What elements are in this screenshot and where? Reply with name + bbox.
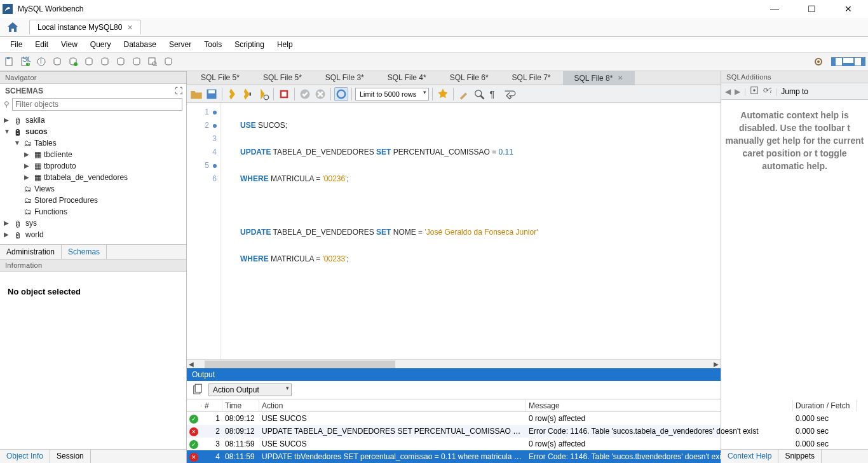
menu-view[interactable]: View: [55, 38, 84, 51]
close-button[interactable]: ✕: [839, 4, 858, 14]
svg-text:+: +: [27, 59, 31, 67]
sql-tab[interactable]: SQL File 7*: [501, 71, 563, 85]
tab-context-help[interactable]: Context Help: [721, 450, 778, 463]
close-sql-tab-icon[interactable]: ✕: [618, 74, 623, 81]
connection-tab[interactable]: Local instance MySQL80 ✕: [29, 20, 141, 34]
output-type-select[interactable]: Action Output: [208, 384, 292, 396]
sql-tab[interactable]: SQL File 3*: [314, 71, 376, 85]
tab-schemas[interactable]: Schemas: [62, 245, 107, 259]
nav-forward-icon[interactable]: ▶: [735, 87, 740, 96]
view-toggle-left-icon[interactable]: [831, 57, 843, 66]
minimize-button[interactable]: —: [765, 4, 784, 14]
sql-editor[interactable]: 1 2 3 4 5 6 USE SUCOS; UPDATE TABELA_DE_…: [187, 103, 721, 359]
output-row[interactable]: ✓ 3 08:11:59 USE SUCOS 0 row(s) affected…: [187, 438, 721, 450]
output-row[interactable]: ✕ 2 08:09:12 UPDATE TABELA_DE_VENDEDORES…: [187, 425, 721, 438]
menu-database[interactable]: Database: [118, 38, 163, 51]
svg-rect-15: [149, 58, 155, 64]
tab-administration[interactable]: Administration: [0, 245, 62, 259]
new-sql-tab-icon[interactable]: [3, 55, 17, 69]
output-copy-icon[interactable]: [191, 383, 205, 397]
menu-scripting[interactable]: Scripting: [228, 38, 271, 51]
view-toggle-right-icon[interactable]: [854, 57, 865, 66]
tab-session[interactable]: Session: [50, 450, 91, 463]
schema-sys[interactable]: sys: [25, 218, 37, 229]
db-icon-5[interactable]: [114, 55, 128, 69]
status-error-icon: ✕: [189, 427, 198, 436]
table-tbtabela[interactable]: tbtabela_de_vendedores: [44, 172, 128, 183]
view-toggle[interactable]: [831, 57, 865, 66]
sql-tabs: SQL File 5* SQL File 5* SQL File 3* SQL …: [187, 71, 721, 85]
output-toolbar: Action Output: [187, 381, 721, 399]
information-body: No object selected: [0, 272, 186, 449]
toggle-invisible-icon[interactable]: ¶: [487, 87, 501, 101]
table-tbcliente[interactable]: tbcliente: [44, 149, 72, 160]
brush-icon[interactable]: [457, 87, 471, 101]
sql-tab[interactable]: SQL File 5*: [189, 71, 252, 85]
stored-node[interactable]: Stored Procedures: [34, 195, 98, 206]
db-icon-3[interactable]: [82, 55, 96, 69]
schemas-expand-icon[interactable]: ⛶: [175, 86, 182, 95]
nav-back-icon[interactable]: ◀: [725, 87, 731, 96]
menu-help[interactable]: Help: [271, 38, 299, 51]
schema-world[interactable]: world: [25, 229, 44, 240]
close-tab-icon[interactable]: ✕: [127, 24, 133, 32]
connection-row: Local instance MySQL80 ✕: [0, 18, 868, 37]
schema-sakila[interactable]: sakila: [25, 114, 45, 126]
tab-snippets[interactable]: Snippets: [778, 450, 822, 463]
sql-tab[interactable]: SQL File 4*: [376, 71, 438, 85]
limit-rows-select[interactable]: Limit to 5000 rows: [355, 88, 429, 100]
sql-tab[interactable]: SQL File 6*: [438, 71, 501, 85]
functions-node[interactable]: Functions: [34, 206, 67, 218]
home-icon[interactable]: [5, 20, 20, 35]
folder-icon: 🗂: [24, 206, 32, 218]
db-icon-2[interactable]: [66, 55, 80, 69]
commit-icon[interactable]: [298, 87, 312, 101]
output-row[interactable]: ✓ 1 08:09:12 USE SUCOS 0 row(s) affected…: [187, 412, 721, 425]
maximize-button[interactable]: ☐: [802, 4, 821, 14]
db-icon-4[interactable]: [98, 55, 112, 69]
open-model-icon[interactable]: i: [34, 55, 48, 69]
search-table-icon[interactable]: [146, 55, 159, 69]
schema-tree[interactable]: ▶🛢sakila ▼🛢sucos ▼🗂Tables ▶▦tbcliente ▶▦…: [0, 113, 186, 244]
tab-object-info[interactable]: Object Info: [0, 450, 50, 463]
rollback-icon[interactable]: [313, 87, 327, 101]
dashboard-icon[interactable]: [161, 55, 175, 69]
wrap-icon[interactable]: [503, 87, 517, 101]
open-file-icon[interactable]: [189, 87, 203, 101]
autocommit-icon[interactable]: [334, 87, 348, 101]
database-icon: 🛢: [14, 127, 23, 136]
menu-edit[interactable]: Edit: [29, 38, 55, 51]
context-help-body: Automatic context help is disabled. Use …: [721, 100, 868, 449]
find-icon[interactable]: [472, 87, 486, 101]
views-node[interactable]: Views: [34, 183, 55, 195]
db-icon-1[interactable]: [50, 55, 64, 69]
editor-scrollbar[interactable]: ◀▶: [187, 359, 721, 368]
beautify-icon[interactable]: [436, 87, 450, 101]
menu-bar: File Edit View Query Database Server Too…: [0, 37, 868, 52]
menu-file[interactable]: File: [4, 38, 29, 51]
code-area[interactable]: USE SUCOS; UPDATE TABELA_DE_VENDEDORES S…: [221, 103, 538, 359]
save-file-icon[interactable]: [205, 87, 219, 101]
sql-tab-active[interactable]: SQL File 8*✕: [563, 71, 635, 85]
menu-tools[interactable]: Tools: [198, 38, 228, 51]
execute-icon[interactable]: [226, 87, 240, 101]
execute-current-icon[interactable]: [241, 87, 255, 101]
schema-sucos[interactable]: sucos: [25, 126, 48, 137]
menu-server[interactable]: Server: [163, 38, 198, 51]
stop-icon[interactable]: [277, 87, 291, 101]
help-target-icon[interactable]: [750, 86, 759, 97]
auto-help-icon[interactable]: ⟳?: [763, 86, 771, 97]
table-tbproduto[interactable]: tbproduto: [44, 160, 76, 172]
new-model-icon[interactable]: SQL+: [18, 55, 32, 69]
jump-to-label[interactable]: Jump to: [781, 87, 808, 96]
explain-icon[interactable]: [256, 87, 270, 101]
svg-point-36: [753, 89, 756, 92]
view-toggle-bottom-icon[interactable]: [843, 57, 854, 66]
filter-input[interactable]: [12, 98, 182, 111]
sql-tab[interactable]: SQL File 5*: [252, 71, 314, 85]
output-row-selected[interactable]: ✕ 4 08:11:59 UPDATE tbVendedores SET per…: [187, 450, 721, 463]
menu-query[interactable]: Query: [84, 38, 118, 51]
settings-gear-icon[interactable]: [811, 55, 825, 69]
tables-node[interactable]: Tables: [34, 137, 57, 149]
db-icon-6[interactable]: [130, 55, 144, 69]
